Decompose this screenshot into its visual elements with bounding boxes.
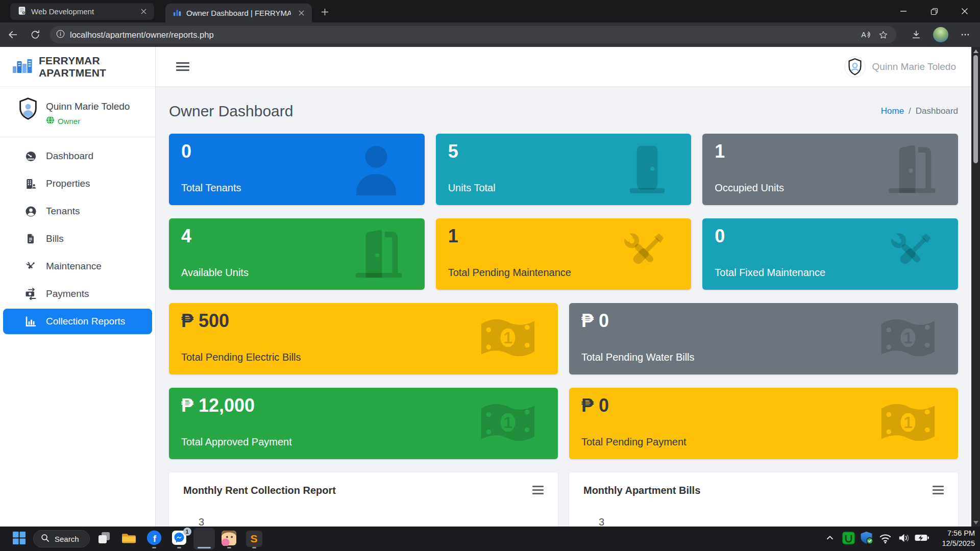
app-header: Quinn Marie Toledo bbox=[156, 47, 971, 87]
sidebar-item-bills[interactable]: Bills bbox=[0, 225, 155, 253]
sidebar-item-label: Collection Reports bbox=[46, 316, 125, 327]
url-bar[interactable]: localhost/apartment/owner/reports.php A bbox=[50, 26, 896, 43]
tray-volume-icon[interactable] bbox=[895, 529, 912, 549]
person-icon bbox=[24, 205, 37, 217]
sidebar-user: Quinn Marie Toledo Owner bbox=[0, 87, 155, 130]
scroll-up-icon[interactable] bbox=[971, 47, 980, 55]
browser-tabstrip: Web Development Owner Dashboard | FERRYM… bbox=[0, 0, 980, 22]
taskbar-facebook-icon[interactable]: f bbox=[143, 528, 165, 549]
sidebar-item-maintenance[interactable]: Maintenance bbox=[0, 253, 155, 280]
anime-app-icon bbox=[221, 530, 237, 548]
brand-name: FERRYMAR APARTMENT bbox=[39, 55, 155, 79]
taskbar-start-icon[interactable] bbox=[8, 528, 30, 549]
chart-panel-title: Monthly Apartment Bills bbox=[583, 485, 944, 496]
svg-text:1: 1 bbox=[903, 329, 913, 347]
tray-wifi-icon[interactable] bbox=[877, 529, 893, 549]
scroll-down-icon[interactable] bbox=[971, 518, 980, 527]
minimize-button[interactable] bbox=[888, 0, 919, 22]
site-info-icon[interactable] bbox=[56, 30, 65, 40]
sidebar-user-name: Quinn Marie Toledo bbox=[46, 101, 130, 112]
back-button[interactable] bbox=[3, 25, 22, 44]
building-icon bbox=[24, 178, 37, 190]
sidebar-item-label: Tenants bbox=[46, 206, 80, 217]
taskbar-sublime-icon[interactable]: S bbox=[243, 528, 265, 549]
taskbar-anime-app-icon[interactable] bbox=[218, 528, 240, 549]
breadcrumb-current: Dashboard bbox=[916, 106, 958, 116]
tools-icon bbox=[885, 227, 938, 282]
header-user[interactable]: Quinn Marie Toledo bbox=[844, 56, 956, 78]
taskbar-edge-icon[interactable] bbox=[193, 528, 215, 549]
chart-context-menu-icon[interactable] bbox=[933, 486, 944, 494]
volume-icon bbox=[897, 531, 911, 547]
stat-card-total-pending-water-bills: ₱ 0Total Pending Water Bills1 bbox=[569, 303, 958, 374]
sidebar-toggle-icon[interactable] bbox=[176, 61, 191, 73]
chart-context-menu-icon[interactable] bbox=[532, 486, 544, 494]
stat-card-occupied-units: 1Occupied Units bbox=[702, 134, 958, 205]
refresh-button[interactable] bbox=[26, 25, 45, 44]
taskbar-clock[interactable]: 7:56 PM12/5/2025 bbox=[936, 529, 975, 548]
tools-icon bbox=[24, 260, 37, 272]
money-bill-icon: 1 bbox=[478, 315, 537, 363]
window-controls bbox=[888, 0, 980, 22]
security-shield-icon bbox=[860, 531, 874, 547]
new-tab-button[interactable] bbox=[316, 4, 333, 19]
sidebar-item-collection-reports[interactable]: Collection Reports bbox=[3, 309, 152, 334]
sidebar-item-dashboard[interactable]: Dashboard bbox=[0, 142, 155, 170]
tray-chevron-up-icon[interactable] bbox=[822, 529, 838, 549]
restore-button[interactable] bbox=[919, 0, 949, 22]
downloads-button[interactable] bbox=[906, 25, 926, 44]
door-open-icon bbox=[887, 142, 938, 196]
favorite-star-icon[interactable] bbox=[875, 28, 891, 42]
tray-green-app-icon[interactable] bbox=[840, 529, 856, 549]
taskbar-apps: Searchf1S bbox=[8, 528, 265, 549]
tray-battery-icon[interactable] bbox=[914, 529, 930, 549]
document-favicon-icon bbox=[17, 6, 27, 17]
screen: Web Development Owner Dashboard | FERRYM… bbox=[0, 0, 980, 551]
chart-panel-monthly-apartment-bills: Monthly Apartment Bills3 bbox=[569, 472, 958, 527]
scrollbar[interactable] bbox=[971, 47, 980, 527]
taskbar-search[interactable]: Search bbox=[33, 530, 90, 547]
running-indicator bbox=[252, 547, 256, 548]
tab-web-development[interactable]: Web Development bbox=[10, 3, 154, 20]
search-icon bbox=[41, 534, 50, 544]
start-icon bbox=[12, 531, 26, 547]
sidebar-item-label: Maintenance bbox=[46, 261, 102, 272]
sidebar-item-payments[interactable]: Payments bbox=[0, 280, 155, 308]
stat-card-total-pending-maintenance: 1Total Pending Maintenance bbox=[436, 218, 692, 290]
toolbar-right bbox=[903, 25, 975, 44]
sidebar-item-tenants[interactable]: Tenants bbox=[0, 197, 155, 225]
browser-profile-avatar[interactable] bbox=[931, 25, 950, 44]
tools-icon bbox=[618, 227, 671, 282]
tab-close-icon[interactable] bbox=[296, 8, 307, 19]
close-button[interactable] bbox=[949, 0, 980, 22]
header-user-name: Quinn Marie Toledo bbox=[872, 61, 956, 72]
task-view-icon bbox=[97, 531, 111, 547]
file-explorer-icon bbox=[121, 531, 137, 547]
person-silhouette-icon bbox=[348, 141, 404, 198]
url-text[interactable]: localhost/apartment/owner/reports.php bbox=[70, 30, 859, 40]
chart-axis-tick: 3 bbox=[199, 516, 204, 527]
svg-text:f: f bbox=[153, 534, 157, 544]
taskbar-messenger-icon[interactable]: 1 bbox=[168, 528, 190, 549]
sidebar-item-label: Bills bbox=[46, 233, 64, 244]
tab-owner-dashboard[interactable]: Owner Dashboard | FERRYMAR AP bbox=[165, 4, 312, 22]
main-content: Quinn Marie Toledo Owner Dashboard Home … bbox=[156, 47, 971, 527]
stat-card-total-fixed-maintenance: 0Total Fixed Maintenance bbox=[702, 218, 958, 290]
sidebar-item-label: Payments bbox=[46, 288, 89, 299]
user-shield-avatar-icon bbox=[16, 97, 38, 118]
stat-card-total-approved-payment: ₱ 12,000Total Approved Payment1 bbox=[169, 388, 558, 459]
door-open-icon bbox=[353, 227, 404, 281]
scrollbar-thumb[interactable] bbox=[973, 55, 978, 163]
money-bill-icon: 1 bbox=[878, 399, 938, 447]
stats-grid: 0Total Tenants5Units Total1Occupied Unit… bbox=[169, 134, 958, 527]
taskbar-task-view-icon[interactable] bbox=[93, 528, 115, 549]
browser-menu-button[interactable] bbox=[955, 25, 975, 44]
chart-axis-tick: 3 bbox=[599, 516, 604, 527]
breadcrumb-home-link[interactable]: Home bbox=[881, 106, 904, 116]
tab-close-icon[interactable] bbox=[138, 6, 149, 17]
tray-security-shield-icon[interactable] bbox=[859, 529, 875, 549]
read-aloud-icon[interactable]: A bbox=[859, 28, 875, 42]
sidebar-item-properties[interactable]: Properties bbox=[0, 170, 155, 197]
bill-document-icon bbox=[24, 233, 37, 245]
taskbar-file-explorer-icon[interactable] bbox=[118, 528, 140, 549]
